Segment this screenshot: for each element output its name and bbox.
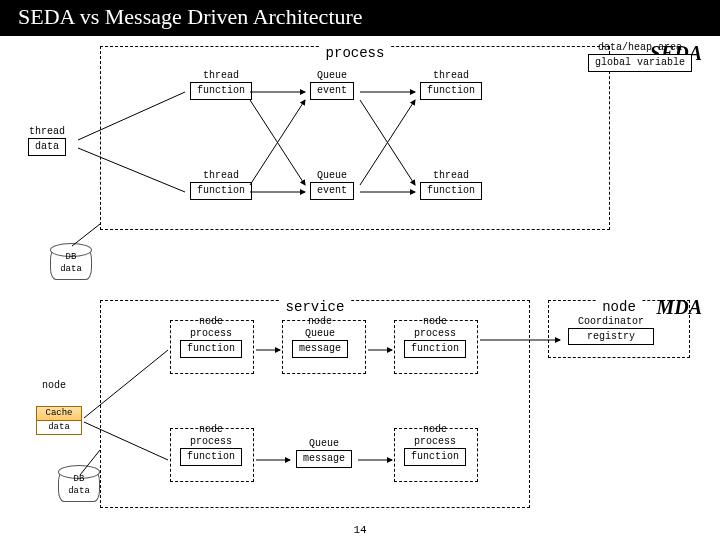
- mda-r2-b: Queue message: [296, 438, 352, 468]
- page-number: 14: [353, 524, 366, 536]
- coordinator: Coordinator registry: [568, 316, 654, 345]
- mda-left-node: node: [42, 380, 66, 392]
- seda-r1-a: thread function: [190, 70, 252, 100]
- seda-r2-b: Queue event: [310, 170, 354, 200]
- heap-top: data/heap area: [588, 42, 692, 53]
- seda-db-cylinder: DB data: [50, 248, 92, 280]
- heap-area: data/heap area global variable: [588, 42, 692, 72]
- mda-r1-c: node process function: [404, 316, 466, 358]
- mda-cache: Cache data: [36, 406, 82, 435]
- mda-node-side-title: node: [596, 299, 642, 315]
- mda-r1-a: node process function: [180, 316, 242, 358]
- mda-r1-b: node Queue message: [292, 316, 348, 358]
- seda-r1-b: Queue event: [310, 70, 354, 100]
- mda-r2-c: node process function: [404, 424, 466, 466]
- mda-service-title: service: [280, 299, 351, 315]
- slide-title: SEDA vs Message Driven Architecture: [0, 0, 720, 36]
- heap-pill: global variable: [588, 54, 692, 72]
- seda-r2-a: thread function: [190, 170, 252, 200]
- seda-process-title: process: [320, 45, 391, 61]
- mda-db-cylinder: DB data: [58, 470, 100, 502]
- seda-thread-data: thread data: [28, 126, 66, 156]
- seda-r1-c: thread function: [420, 70, 482, 100]
- mda-r2-a: node process function: [180, 424, 242, 466]
- seda-process-box: process: [100, 46, 610, 230]
- seda-r2-c: thread function: [420, 170, 482, 200]
